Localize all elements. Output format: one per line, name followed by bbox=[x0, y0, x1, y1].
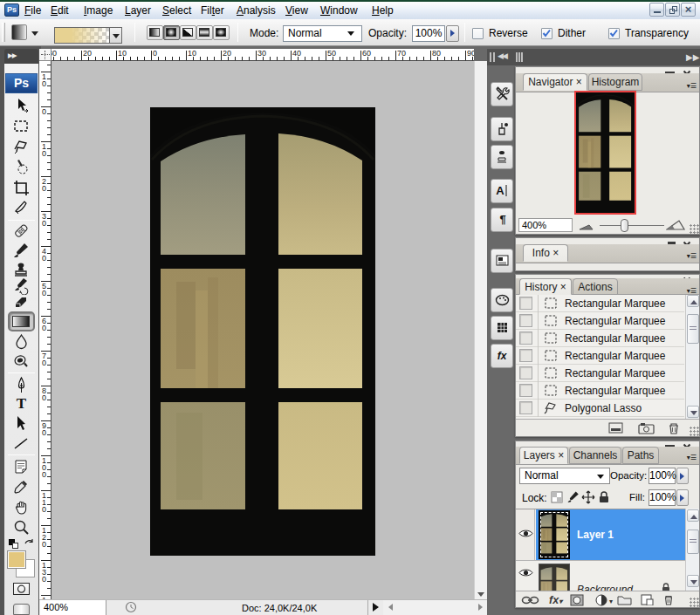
svg-text:fx: fx bbox=[498, 350, 508, 362]
svg-text:T: T bbox=[17, 395, 27, 412]
svg-text:¶: ¶ bbox=[499, 213, 505, 226]
svg-text:A: A bbox=[496, 184, 504, 197]
